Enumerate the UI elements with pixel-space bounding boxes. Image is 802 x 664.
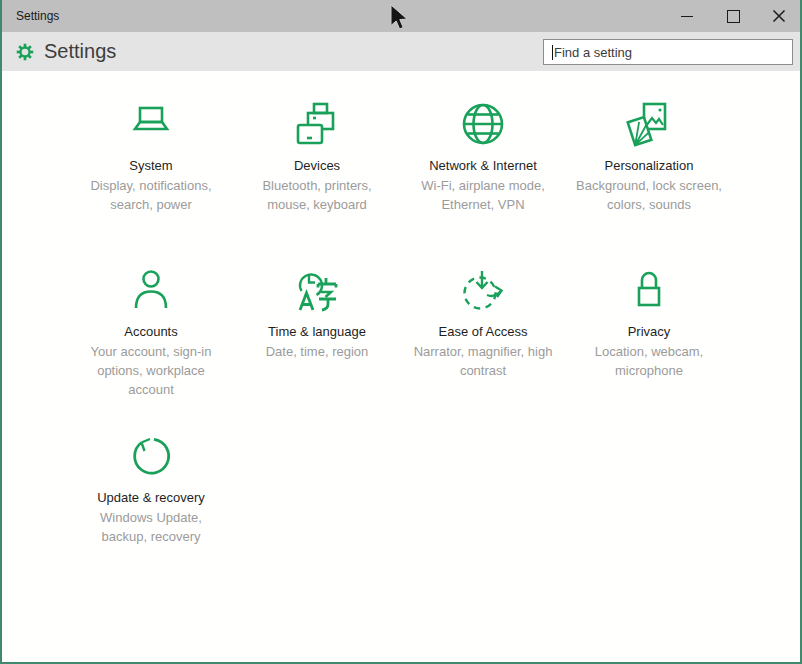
tile-update-recovery[interactable]: Update & recovery Windows Update, backup… [68,432,234,598]
tile-title: Time & language [234,323,400,341]
tile-subtitle: Date, time, region [242,342,392,361]
laptop-icon [68,100,234,150]
tile-subtitle: Display, notifications, search, power [76,176,226,214]
text-caret [552,45,553,60]
globe-icon [400,100,566,150]
page-title: Settings [44,40,116,63]
tile-title: System [68,157,234,175]
tile-network-internet[interactable]: Network & Internet Wi-Fi, airplane mode,… [400,100,566,266]
tile-title: Network & Internet [400,157,566,175]
printer-icon [234,100,400,150]
tile-title: Devices [234,157,400,175]
tile-subtitle: Windows Update, backup, recovery [76,508,226,546]
accessibility-icon [400,266,566,316]
close-icon [772,9,786,23]
search-input[interactable] [543,39,793,65]
tile-system[interactable]: System Display, notifications, search, p… [68,100,234,266]
close-button[interactable] [756,0,802,32]
maximize-icon [727,10,740,23]
category-grid: System Display, notifications, search, p… [2,71,800,598]
settings-content: System Display, notifications, search, p… [2,71,800,662]
tile-subtitle: Wi-Fi, airplane mode, Ethernet, VPN [408,176,558,214]
tile-time-language[interactable]: Time & language Date, time, region [234,266,400,432]
lock-icon [566,266,732,316]
window-controls [664,0,802,32]
refresh-icon [68,432,234,482]
titlebar-title: Settings [0,9,59,23]
tile-title: Ease of Access [400,323,566,341]
tile-title: Update & recovery [68,489,234,507]
tile-subtitle: Background, lock screen, colors, sounds [574,176,724,214]
clock-language-icon [234,266,400,316]
tile-subtitle: Bluetooth, printers, mouse, keyboard [242,176,392,214]
maximize-button[interactable] [710,0,756,32]
tile-accounts[interactable]: Accounts Your account, sign-in options, … [68,266,234,432]
minimize-icon [681,16,693,17]
tile-title: Accounts [68,323,234,341]
header-left: Settings [0,40,116,63]
gear-icon [16,43,34,61]
person-icon [68,266,234,316]
minimize-button[interactable] [664,0,710,32]
tile-personalization[interactable]: Personalization Background, lock screen,… [566,100,732,266]
tile-devices[interactable]: Devices Bluetooth, printers, mouse, keyb… [234,100,400,266]
tile-title: Privacy [566,323,732,341]
pictures-icon [566,100,732,150]
search-box [543,39,793,65]
tile-privacy[interactable]: Privacy Location, webcam, microphone [566,266,732,432]
tile-title: Personalization [566,157,732,175]
tile-subtitle: Your account, sign-in options, workplace… [76,342,226,399]
tile-subtitle: Location, webcam, microphone [574,342,724,380]
settings-window: Settings Set [0,0,802,664]
tile-ease-of-access[interactable]: Ease of Access Narrator, magnifier, high… [400,266,566,432]
tile-subtitle: Narrator, magnifier, high contrast [408,342,558,380]
header: Settings [0,32,802,71]
titlebar[interactable]: Settings [0,0,802,32]
